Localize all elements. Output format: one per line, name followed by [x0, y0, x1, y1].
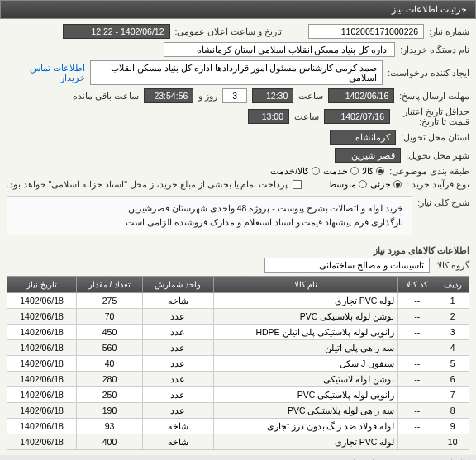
creator-label: ایجاد کننده درخواست:: [388, 68, 469, 78]
cell-unit: شاخه: [142, 292, 213, 308]
validity-time: 13:00: [248, 109, 289, 124]
deadline-label: مهلت ارسال پاسخ:: [399, 91, 469, 101]
cell-qty: 275: [77, 292, 143, 308]
table-row[interactable]: 8--سه راهی لوله پلاستیکی PVCعدد1901402/0…: [7, 402, 469, 418]
desc-line-1: خرید لوله و اتصالات بشرح پیوست - پروژه 4…: [16, 202, 403, 216]
cell-code: --: [398, 402, 436, 418]
cell-name: بوشن لوله لاستیکی: [213, 371, 398, 386]
table-row[interactable]: 10--لوله PVC تجاریشاخه4001402/06/18: [7, 434, 469, 449]
cell-qty: 400: [77, 434, 143, 449]
validity-label: حداقل تاریخ اعتبار قیمت تا تاریخ:: [395, 107, 469, 126]
process-label: نوع فرآیند خرید :: [407, 179, 469, 189]
table-row[interactable]: 1--لوله PVC تجاریشاخه2751402/06/18: [7, 292, 469, 308]
cell-n: 5: [436, 355, 469, 371]
cell-unit: عدد: [142, 371, 213, 386]
cell-qty: 70: [77, 308, 143, 324]
city-label: شهر محل تحویل:: [406, 150, 469, 160]
cell-name: سه راهی لوله پلاستیکی PVC: [213, 402, 398, 418]
table-row[interactable]: 2--بوشن لوله پلاستیکی PVCعدد701402/06/18: [7, 308, 469, 324]
deadline-time: 12:30: [252, 88, 293, 103]
cell-n: 3: [436, 324, 469, 339]
table-row[interactable]: 7--زانویی لوله پلاستیکی PVCعدد2501402/06…: [7, 386, 469, 402]
cell-name: زانویی لوله پلاستیکی پلی اتیلن HDPE: [213, 324, 398, 339]
cell-n: 7: [436, 386, 469, 402]
col-date[interactable]: تاریخ نیاز: [7, 276, 77, 292]
treasury-checkbox[interactable]: [293, 180, 302, 189]
cell-date: 1402/06/18: [7, 434, 77, 449]
cell-date: 1402/06/18: [7, 371, 77, 386]
radio-small[interactable]: جزئی: [370, 179, 402, 189]
cell-qty: 250: [77, 386, 143, 402]
cell-name: زانویی لوله پلاستیکی PVC: [213, 386, 398, 402]
cell-date: 1402/06/18: [7, 324, 77, 339]
cell-qty: 280: [77, 371, 143, 386]
table-row[interactable]: 9--لوله فولاد ضد زنگ بدون درز تجاریشاخه9…: [7, 418, 469, 434]
need-number-value: 1102005171000226: [308, 24, 424, 39]
cell-code: --: [398, 324, 436, 339]
radio-goods-service[interactable]: کالا/خدمت: [270, 166, 320, 176]
cell-code: --: [398, 339, 436, 355]
table-row[interactable]: 6--بوشن لوله لاستیکیعدد2801402/06/18: [7, 371, 469, 386]
cell-date: 1402/06/18: [7, 339, 77, 355]
col-code[interactable]: کد کالا: [398, 276, 436, 292]
cell-unit: عدد: [142, 324, 213, 339]
buyer-value: اداره کل بنیاد مسکن انقلاب اسلامی استان …: [164, 42, 395, 57]
buyer-label: نام دستگاه خریدار:: [400, 45, 469, 55]
cell-unit: عدد: [142, 339, 213, 355]
radio-icon: [393, 180, 402, 188]
cell-name: لوله PVC تجاری: [213, 434, 398, 449]
cell-n: 8: [436, 402, 469, 418]
cell-n: 1: [436, 292, 469, 308]
classify-radio-group: کالا خدمت کالا/خدمت: [270, 166, 384, 176]
validity-date: 1402/07/16: [324, 109, 390, 124]
radio-medium[interactable]: متوسط: [328, 179, 367, 189]
cell-code: --: [398, 355, 436, 371]
cell-qty: 93: [77, 418, 143, 434]
radio-goods[interactable]: کالا: [362, 166, 384, 176]
cell-name: سه راهی پلی اتیلن: [213, 339, 398, 355]
remaining-time: 23:54:56: [144, 88, 193, 103]
cell-name: سیفون J شکل: [213, 355, 398, 371]
deadline-date: 1402/06/16: [328, 88, 394, 103]
cell-n: 10: [436, 434, 469, 449]
cell-unit: عدد: [142, 402, 213, 418]
cell-unit: شاخه: [142, 418, 213, 434]
col-row[interactable]: ردیف: [436, 276, 469, 292]
time-label-1: ساعت: [298, 91, 323, 101]
col-name[interactable]: نام کالا: [213, 276, 398, 292]
cell-code: --: [398, 418, 436, 434]
group-value: تاسیسات و مصالح ساختمانی: [264, 258, 430, 273]
cell-unit: عدد: [142, 355, 213, 371]
announce-label: تاریخ و ساعت اعلان عمومی:: [175, 26, 283, 36]
table-header-row: ردیف کد کالا نام کالا واحد شمارش تعداد /…: [7, 276, 469, 292]
cell-date: 1402/06/18: [7, 355, 77, 371]
cell-n: 9: [436, 418, 469, 434]
cell-unit: شاخه: [142, 434, 213, 449]
remaining-label: ساعت باقی مانده: [73, 91, 139, 101]
days-count: 3: [222, 88, 247, 103]
cell-code: --: [398, 292, 436, 308]
col-qty[interactable]: تعداد / مقدار: [77, 276, 143, 292]
cell-date: 1402/06/18: [7, 292, 77, 308]
cell-code: --: [398, 371, 436, 386]
description-box: خرید لوله و اتصالات بشرح پیوست - پروژه 4…: [7, 196, 412, 235]
cell-code: --: [398, 434, 436, 449]
table-row[interactable]: 5--سیفون J شکلعدد401402/06/18: [7, 355, 469, 371]
table-row[interactable]: 3--زانویی لوله پلاستیکی پلی اتیلن HDPEعد…: [7, 324, 469, 339]
group-label: گروه کالا:: [435, 260, 469, 270]
radio-icon: [376, 167, 384, 175]
col-unit[interactable]: واحد شمارش: [142, 276, 213, 292]
radio-service[interactable]: خدمت: [323, 166, 359, 176]
desc-label: شرح کلی نیاز:: [417, 192, 469, 207]
payment-note: پرداخت تمام یا بخشی از مبلغ خرید،از محل …: [7, 179, 288, 189]
announce-value: 1402/06/12 - 12:22: [63, 24, 170, 39]
items-section-title: اطلاعات کالاهای مورد نیاز: [7, 242, 469, 258]
cell-n: 2: [436, 308, 469, 324]
classify-label: طبقه بندی موضوعی:: [389, 166, 469, 176]
cell-date: 1402/06/18: [7, 402, 77, 418]
cell-n: 4: [436, 339, 469, 355]
table-row[interactable]: 4--سه راهی پلی اتیلنعدد5601402/06/18: [7, 339, 469, 355]
days-label: روز و: [198, 91, 217, 101]
radio-icon: [350, 167, 359, 175]
buyer-contact-link[interactable]: اطلاعات تماس خریدار: [7, 63, 85, 83]
